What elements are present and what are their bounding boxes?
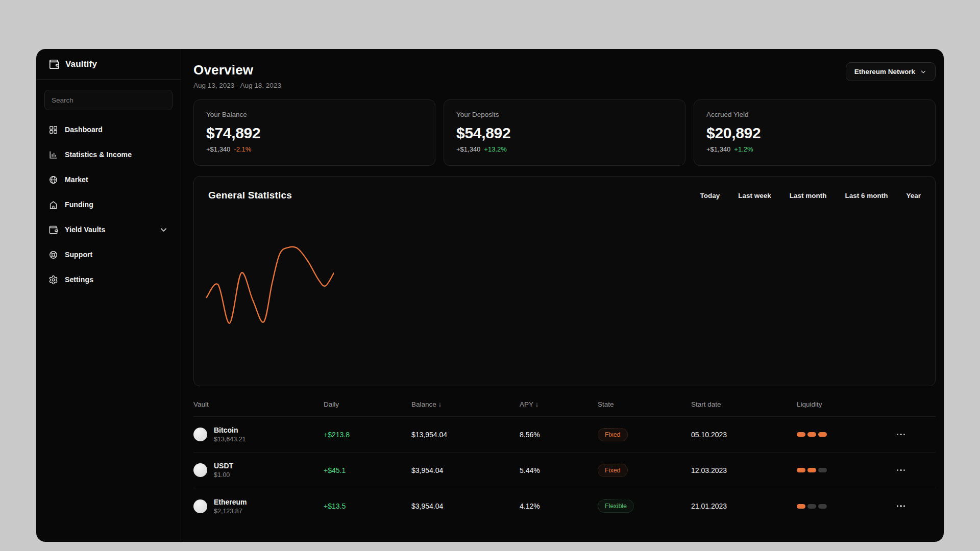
liquidity-indicator <box>797 468 888 472</box>
sidebar-item-yield-vaults[interactable]: Yield Vaults <box>44 219 173 240</box>
liquidity-pill <box>797 468 805 472</box>
filter-last-week[interactable]: Last week <box>738 192 771 199</box>
row-menu-button[interactable] <box>896 466 906 474</box>
card-title: Your Deposits <box>456 111 673 118</box>
column-header-apy[interactable]: APY ↓ <box>520 400 598 408</box>
liquidity-pill <box>797 432 805 437</box>
desktop-background: Vaultify Dashboard Statistics & Income M… <box>0 0 980 551</box>
start-date: 12.03.2023 <box>691 466 797 474</box>
table-row[interactable]: Ethereum $2,123.87 +$13.5 $3,954.04 4.12… <box>193 488 936 524</box>
vault-name: Ethereum <box>214 498 247 506</box>
home-icon <box>48 200 58 210</box>
column-header-vault[interactable]: Vault <box>193 400 324 408</box>
sidebar-item-label: Support <box>65 251 92 259</box>
line-chart <box>205 226 334 354</box>
chevron-down-icon[interactable] <box>159 225 168 235</box>
coin-icon <box>193 428 207 441</box>
vaults-table: Vault Daily Balance ↓ APY ↓ State Start … <box>193 392 936 524</box>
liquidity-indicator <box>797 504 888 509</box>
sidebar-item-statistics-income[interactable]: Statistics & Income <box>44 144 173 165</box>
coin-icon <box>193 463 207 477</box>
sidebar-item-dashboard[interactable]: Dashboard <box>44 119 173 140</box>
date-range: Aug 13, 2023 - Aug 18, 2023 <box>193 82 281 89</box>
vault-price: $13,643.21 <box>214 436 246 443</box>
sidebar-item-funding[interactable]: Funding <box>44 194 173 215</box>
wallet-icon <box>48 225 58 235</box>
brand-name: Vaultify <box>65 59 97 69</box>
app-window: Vaultify Dashboard Statistics & Income M… <box>36 49 944 542</box>
sidebar-item-market[interactable]: Market <box>44 169 173 190</box>
liquidity-pill <box>807 432 816 437</box>
coin-icon <box>193 499 207 513</box>
card-value: $74,892 <box>206 124 423 142</box>
chart-line-series <box>207 247 334 323</box>
column-header-start-date[interactable]: Start date <box>691 400 797 408</box>
card-change-amount: +$1,340 <box>456 145 480 153</box>
state-badge: Flexible <box>598 499 634 513</box>
table-header: Vault Daily Balance ↓ APY ↓ State Start … <box>193 392 936 417</box>
daily-change: +$45.1 <box>324 466 411 474</box>
start-date: 05.10.2023 <box>691 431 797 439</box>
liquidity-indicator <box>797 432 888 437</box>
dashboard-grid-icon <box>48 125 58 135</box>
balance-value: $13,954.04 <box>411 431 520 439</box>
apy-value: 8.56% <box>520 431 598 439</box>
search-input[interactable] <box>44 90 173 110</box>
lifebuoy-icon <box>48 250 58 260</box>
daily-change: +$213.8 <box>324 431 411 439</box>
sidebar-item-label: Settings <box>65 276 93 284</box>
filter-year[interactable]: Year <box>906 192 921 199</box>
liquidity-pill <box>818 468 827 472</box>
state-badge: Fixed <box>598 464 628 477</box>
card-value: $20,892 <box>706 124 923 142</box>
column-header-daily[interactable]: Daily <box>324 400 411 408</box>
sidebar-nav: Dashboard Statistics & Income Market Fun… <box>36 115 181 298</box>
card-change-percent: -2.1% <box>234 145 251 153</box>
sidebar-item-support[interactable]: Support <box>44 244 173 265</box>
sidebar: Vaultify Dashboard Statistics & Income M… <box>36 49 181 542</box>
liquidity-pill <box>818 504 827 509</box>
card-change-percent: +1.2% <box>734 145 753 153</box>
daily-change: +$13.5 <box>324 502 411 510</box>
sidebar-item-label: Funding <box>65 201 93 209</box>
page-title: Overview <box>193 62 281 78</box>
liquidity-pill <box>807 468 816 472</box>
general-statistics-panel: General Statistics Today Last week Last … <box>193 176 936 386</box>
accrued-yield-card: Accrued Yield $20,892 +$1,340 +1.2% <box>694 99 936 166</box>
apy-value: 4.12% <box>520 502 598 510</box>
chart-title: General Statistics <box>208 190 292 201</box>
gear-icon <box>48 275 58 285</box>
balance-card: Your Balance $74,892 +$1,340 -2.1% <box>193 99 435 166</box>
table-row[interactable]: USDT $1.00 +$45.1 $3,954.04 5.44% Fixed … <box>193 453 936 488</box>
column-header-liquidity[interactable]: Liquidity <box>797 400 888 408</box>
sidebar-item-settings[interactable]: Settings <box>44 269 173 290</box>
column-header-balance[interactable]: Balance ↓ <box>411 400 520 408</box>
card-change-amount: +$1,340 <box>206 145 230 153</box>
wallet-logo-icon <box>48 59 60 70</box>
table-row[interactable]: Bitcoin $13,643.21 +$213.8 $13,954.04 8.… <box>193 417 936 453</box>
balance-value: $3,954.04 <box>411 466 520 474</box>
filter-last-6-month[interactable]: Last 6 month <box>845 192 888 199</box>
apy-value: 5.44% <box>520 466 598 474</box>
card-value: $54,892 <box>456 124 673 142</box>
sidebar-item-label: Yield Vaults <box>65 226 105 234</box>
balance-value: $3,954.04 <box>411 502 520 510</box>
row-menu-button[interactable] <box>896 502 906 510</box>
column-header-state[interactable]: State <box>598 400 691 408</box>
sidebar-item-label: Market <box>65 176 88 184</box>
filter-last-month[interactable]: Last month <box>790 192 827 199</box>
vault-price: $1.00 <box>214 471 233 479</box>
sidebar-item-label: Statistics & Income <box>65 151 132 159</box>
bar-chart-icon <box>48 150 58 160</box>
liquidity-pill <box>807 504 816 509</box>
state-badge: Fixed <box>598 428 628 441</box>
start-date: 21.01.2023 <box>691 502 797 510</box>
chevron-down-icon <box>920 68 927 76</box>
liquidity-pill <box>797 504 805 509</box>
network-selector-button[interactable]: Ethereum Network <box>846 62 936 81</box>
stat-cards: Your Balance $74,892 +$1,340 -2.1% Your … <box>193 99 936 166</box>
row-menu-button[interactable] <box>896 431 906 439</box>
card-title: Your Balance <box>206 111 423 118</box>
filter-today[interactable]: Today <box>700 192 720 199</box>
deposits-card: Your Deposits $54,892 +$1,340 +13.2% <box>444 99 685 166</box>
